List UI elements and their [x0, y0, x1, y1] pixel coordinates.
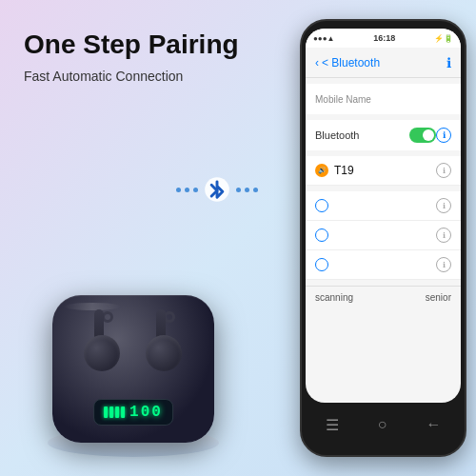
phone-bottom-nav: ☰ ○ ← — [306, 406, 461, 444]
scanning-label: scanning — [315, 292, 353, 303]
device-3-info[interactable]: ℹ — [436, 257, 451, 272]
device-3-dot — [315, 258, 328, 271]
led-bar-3 — [115, 407, 119, 418]
phone-screen: ●●●▲ 16:18 ⚡🔋 ‹ < Bluetooth ℹ Mobile Nam… — [306, 29, 461, 403]
back-button[interactable]: ‹ < Bluetooth — [315, 56, 380, 69]
status-right: ⚡🔋 — [434, 34, 453, 43]
back-nav-icon[interactable]: ← — [426, 416, 441, 433]
other-device-row-2[interactable]: ℹ — [306, 221, 461, 250]
right-earbud — [143, 309, 186, 371]
sub-heading: Fast Automatic Connection — [24, 69, 183, 84]
back-chevron-icon: ‹ — [315, 56, 319, 69]
bluetooth-toggle[interactable] — [409, 128, 436, 143]
bluetooth-status-icon: ⚡🔋 — [434, 34, 453, 43]
t19-device-row[interactable]: 🔊 T19 ℹ — [306, 156, 461, 186]
left-earbud-body — [84, 335, 120, 371]
device-2-info[interactable]: ℹ — [436, 228, 451, 243]
t19-status-dot: 🔊 — [315, 164, 328, 177]
nav-back-label: < Bluetooth — [322, 56, 380, 69]
t19-info-icon[interactable]: ℹ — [436, 163, 451, 178]
phone-body: ●●●▲ 16:18 ⚡🔋 ‹ < Bluetooth ℹ Mobile Nam… — [300, 19, 466, 457]
t19-device-name: T19 — [334, 164, 436, 177]
led-bar-4 — [121, 407, 125, 418]
t19-dot-icon: 🔊 — [318, 167, 327, 174]
battery-bars — [104, 407, 125, 418]
mobile-name-label: Mobile Name — [315, 94, 451, 105]
other-devices-section: ℹ ℹ ℹ — [306, 191, 461, 280]
senior-label: senior — [426, 292, 451, 303]
bluetooth-label: Bluetooth — [315, 129, 409, 141]
left-earbud — [81, 309, 124, 371]
main-heading: One Step Pairing — [24, 29, 239, 61]
battery-percentage: 100 — [129, 404, 163, 421]
ios-nav-bar[interactable]: ‹ < Bluetooth ℹ — [306, 48, 461, 78]
bt-dot-6 — [253, 188, 258, 192]
menu-icon[interactable]: ☰ — [326, 416, 339, 434]
bluetooth-section: Bluetooth ℹ — [306, 120, 461, 150]
status-time: 16:18 — [373, 33, 395, 43]
signal-icon: ●●●▲ — [313, 34, 334, 43]
bluetooth-info-icon[interactable]: ℹ — [436, 128, 451, 143]
device-1-info[interactable]: ℹ — [436, 198, 451, 213]
info-nav-icon[interactable]: ℹ — [446, 55, 451, 70]
earbuds-area: 100 — [14, 190, 252, 457]
mobile-name-section: Mobile Name — [306, 84, 461, 114]
scanning-bar: scanning senior — [306, 286, 461, 308]
led-display: 100 — [93, 399, 173, 426]
led-bar-1 — [104, 407, 108, 418]
led-bar-2 — [109, 407, 113, 418]
phone-container: ●●●▲ 16:18 ⚡🔋 ‹ < Bluetooth ℹ Mobile Nam… — [300, 19, 466, 457]
status-left: ●●●▲ — [313, 34, 334, 43]
right-earbud-body — [146, 335, 182, 371]
earbuds-row — [81, 309, 186, 371]
earbuds-case: 100 — [52, 295, 214, 443]
home-icon[interactable]: ○ — [378, 416, 387, 433]
device-2-dot — [315, 228, 328, 242]
device-1-dot — [315, 199, 328, 212]
status-bar: ●●●▲ 16:18 ⚡🔋 — [306, 29, 461, 48]
bluetooth-toggle-row[interactable]: Bluetooth ℹ — [306, 120, 461, 150]
mobile-name-row: Mobile Name — [306, 84, 461, 114]
other-device-row-1[interactable]: ℹ — [306, 191, 461, 221]
other-device-row-3[interactable]: ℹ — [306, 250, 461, 280]
